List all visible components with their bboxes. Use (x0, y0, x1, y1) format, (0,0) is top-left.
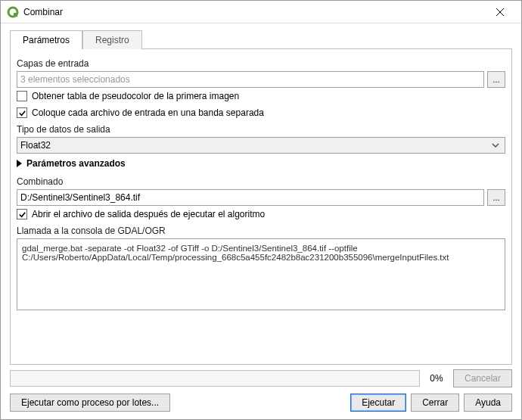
combined-output-field[interactable] (17, 189, 484, 206)
tab-strip: Parámetros Registro (10, 30, 512, 48)
dialog-window: Combinar Parámetros Registro Capas de en… (0, 0, 522, 420)
batch-run-button[interactable]: Ejecutar como proceso por lotes... (10, 394, 170, 412)
pseudocolor-checkbox[interactable] (17, 91, 27, 101)
dialog-content: Parámetros Registro Capas de entrada ...… (1, 23, 521, 365)
advanced-parameters-label: Parámetros avanzados (26, 158, 126, 169)
separate-band-checkbox[interactable] (17, 107, 27, 118)
progress-bar (10, 370, 420, 387)
input-layers-label: Capas de entrada (17, 58, 505, 69)
titlebar: Combinar (1, 1, 521, 23)
output-type-label: Tipo de datos de salida (17, 124, 505, 135)
input-layers-browse-button[interactable]: ... (487, 71, 505, 88)
tab-parametros[interactable]: Parámetros (10, 30, 82, 49)
run-button[interactable]: Ejecutar (350, 394, 406, 412)
combined-output-label: Combinado (17, 176, 505, 187)
cancel-button: Cancelar (453, 369, 512, 387)
open-after-checkbox[interactable] (17, 209, 27, 219)
open-after-label: Abrir el archivo de salida después de ej… (32, 209, 265, 219)
separate-band-label: Coloque cada archivo de entrada en una b… (32, 107, 264, 118)
tab-body-parametros: Capas de entrada ... Obtener tabla de ps… (10, 48, 512, 365)
pseudocolor-label: Obtener tabla de pseudocolor de la prime… (32, 91, 239, 101)
chevron-down-icon (489, 143, 502, 148)
help-button[interactable]: Ayuda (464, 394, 512, 412)
output-type-value: Float32 (20, 140, 489, 151)
combined-output-browse-button[interactable]: ... (487, 189, 505, 206)
caret-right-icon (17, 160, 22, 167)
progress-percent: 0% (426, 373, 447, 384)
gdal-console-label: Llamada a la consola de GDAL/OGR (17, 226, 505, 236)
tab-registro[interactable]: Registro (82, 30, 142, 49)
check-icon (18, 109, 26, 117)
dialog-title: Combinar (23, 7, 485, 17)
qgis-icon (7, 6, 19, 18)
svg-marker-4 (17, 160, 22, 167)
dialog-footer: 0% Cancelar Ejecutar como proceso por lo… (1, 365, 521, 419)
svg-rect-1 (14, 13, 17, 17)
advanced-parameters-expander[interactable]: Parámetros avanzados (17, 158, 505, 169)
check-icon (18, 210, 26, 219)
close-icon (496, 8, 504, 16)
output-type-select[interactable]: Float32 (17, 137, 505, 154)
window-close-button[interactable] (485, 2, 515, 23)
close-button[interactable]: Cerrar (411, 394, 459, 412)
input-layers-field (17, 71, 484, 88)
gdal-console-output (17, 238, 505, 310)
